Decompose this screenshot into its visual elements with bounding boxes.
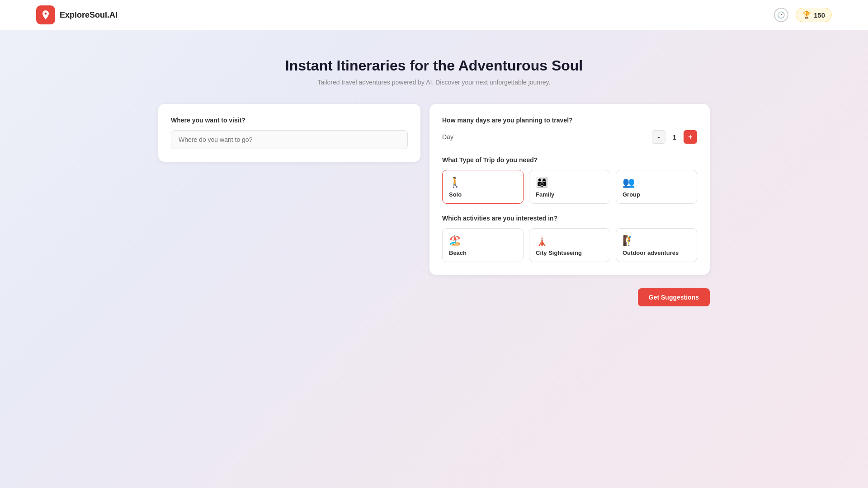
city-label: City Sightseeing xyxy=(536,249,604,256)
group-label: Group xyxy=(623,191,690,198)
days-row: Day - 1 + xyxy=(442,130,697,144)
city-icon: 🗼 xyxy=(536,235,604,247)
get-suggestions-button[interactable]: Get Suggestions xyxy=(638,288,710,306)
hero-subtitle: Tailored travel adventures powered by AI… xyxy=(158,79,710,86)
right-panel: How many days are you planning to travel… xyxy=(429,104,710,275)
trip-type-family[interactable]: 👨‍👩‍👧 Family xyxy=(529,170,610,204)
family-icon: 👨‍👩‍👧 xyxy=(536,177,604,188)
destination-label: Where you want to visit? xyxy=(171,117,408,124)
points-icon: 🏆 xyxy=(802,11,811,19)
trip-type-solo[interactable]: 🚶 Solo xyxy=(442,170,524,204)
days-increment-button[interactable]: + xyxy=(684,130,697,144)
beach-icon: 🏖️ xyxy=(449,235,517,247)
activity-city-sightseeing[interactable]: 🗼 City Sightseeing xyxy=(529,228,610,262)
family-label: Family xyxy=(536,191,604,198)
logo-text: ExploreSoul.AI xyxy=(60,10,118,20)
days-unit: Day xyxy=(442,133,453,141)
trip-type-section: What Type of Trip do you need? 🚶 Solo 👨‍… xyxy=(442,156,697,204)
days-value: 1 xyxy=(670,133,679,141)
destination-input[interactable] xyxy=(171,130,408,149)
cta-row: Get Suggestions xyxy=(158,288,710,306)
destination-panel: Where you want to visit? xyxy=(158,104,420,162)
logo-area: ExploreSoul.AI xyxy=(36,5,118,24)
trip-type-group[interactable]: 👥 Group xyxy=(616,170,697,204)
group-icon: 👥 xyxy=(623,177,690,188)
outdoor-label: Outdoor adventures xyxy=(623,249,690,256)
solo-icon: 🚶 xyxy=(449,177,517,188)
activity-outdoor[interactable]: 🧗 Outdoor adventures xyxy=(616,228,697,262)
points-badge: 🏆 150 xyxy=(796,8,832,22)
trip-type-options: 🚶 Solo 👨‍👩‍👧 Family 👥 Group xyxy=(442,170,697,204)
location-pin-icon xyxy=(40,9,51,20)
activity-beach[interactable]: 🏖️ Beach xyxy=(442,228,524,262)
activities-label: Which activities are you interested in? xyxy=(442,215,697,222)
main-content: Instant Itineraries for the Adventurous … xyxy=(149,30,719,324)
days-decrement-button[interactable]: - xyxy=(652,130,665,144)
solo-label: Solo xyxy=(449,191,517,198)
days-counter: - 1 + xyxy=(652,130,697,144)
activities-section: Which activities are you interested in? … xyxy=(442,215,697,262)
header-right: 🕐 🏆 150 xyxy=(774,8,832,22)
activities-options: 🏖️ Beach 🗼 City Sightseeing 🧗 Outdoor ad… xyxy=(442,228,697,262)
form-container: Where you want to visit? How many days a… xyxy=(158,104,710,275)
days-label: How many days are you planning to travel… xyxy=(442,117,697,124)
trip-type-label: What Type of Trip do you need? xyxy=(442,156,697,164)
beach-label: Beach xyxy=(449,249,517,256)
header: ExploreSoul.AI 🕐 🏆 150 xyxy=(0,0,868,30)
points-value: 150 xyxy=(814,11,825,19)
hero-title: Instant Itineraries for the Adventurous … xyxy=(158,57,710,74)
outdoor-icon: 🧗 xyxy=(623,235,690,247)
days-section: How many days are you planning to travel… xyxy=(442,117,697,144)
clock-icon[interactable]: 🕐 xyxy=(774,8,788,22)
logo-icon xyxy=(36,5,55,24)
